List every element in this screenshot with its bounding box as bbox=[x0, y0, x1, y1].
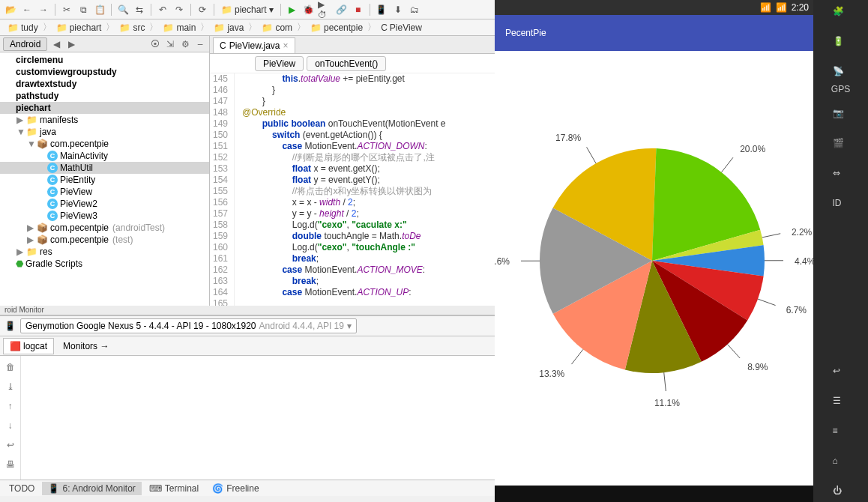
profile-icon[interactable]: ▶⏱ bbox=[318, 2, 333, 17]
breadcrumb-item[interactable]: 📁java bbox=[211, 22, 247, 34]
back-icon[interactable]: ← bbox=[19, 2, 34, 17]
tree-item[interactable]: pathstudy bbox=[0, 90, 209, 102]
tree-item[interactable]: CMainActivity bbox=[0, 150, 209, 162]
back-nav-icon[interactable]: ↩ bbox=[833, 366, 849, 382]
tree-item[interactable]: ▼📦com.pecentpie bbox=[0, 138, 209, 150]
tree-item[interactable]: ▶📁manifests bbox=[0, 114, 209, 126]
close-tab-icon[interactable]: × bbox=[283, 40, 289, 51]
tree-item[interactable]: ▶📦com.pecentpie(androidTest) bbox=[0, 222, 209, 234]
pie-label: 11.1% bbox=[654, 398, 680, 408]
genymotion-logo-icon[interactable]: 🧩 bbox=[833, 6, 849, 22]
battery-icon[interactable]: 🔋 bbox=[833, 36, 849, 52]
recent-nav-icon[interactable]: ☰ bbox=[833, 396, 849, 412]
gps-icon[interactable]: 📡GPS bbox=[831, 66, 850, 94]
app-bar: PecentPie bbox=[495, 15, 813, 51]
breadcrumb-item[interactable]: 📁src bbox=[116, 22, 148, 34]
freeline-tab[interactable]: 🌀 Freeline bbox=[206, 482, 265, 495]
context-method[interactable]: onTouchEvent() bbox=[307, 56, 386, 71]
logcat-tab[interactable]: 🟥 logcat bbox=[3, 338, 54, 354]
tree-item[interactable]: drawtextstudy bbox=[0, 78, 209, 90]
trash-icon[interactable]: 🗑 bbox=[4, 360, 17, 374]
module-selector[interactable]: 📁 piechart ▾ bbox=[218, 4, 277, 15]
menu-nav-icon[interactable]: ≡ bbox=[833, 426, 849, 442]
sync-icon[interactable]: ⟳ bbox=[195, 2, 210, 17]
target-icon[interactable]: ⦿ bbox=[149, 38, 161, 50]
breadcrumb-item[interactable]: 📁tudy bbox=[4, 22, 41, 34]
breadcrumb-item[interactable]: 📁main bbox=[160, 22, 199, 34]
home-nav-icon[interactable]: ⌂ bbox=[833, 456, 849, 472]
monitors-tab[interactable]: Monitors → bbox=[57, 339, 115, 354]
attach-icon[interactable]: 🔗 bbox=[334, 2, 349, 17]
redo-icon[interactable]: ↷ bbox=[172, 2, 187, 17]
tree-item[interactable]: piechart bbox=[0, 102, 209, 114]
signal-icon: 📶 bbox=[776, 2, 787, 13]
breadcrumb-item[interactable]: 📁piechart bbox=[53, 22, 105, 34]
svg-line-4 bbox=[758, 299, 776, 306]
debug-icon[interactable]: 🐞 bbox=[301, 2, 316, 17]
wrap-icon[interactable]: ↩ bbox=[4, 438, 17, 452]
app-title: PecentPie bbox=[505, 28, 546, 38]
pie-label: 20.0% bbox=[740, 144, 765, 154]
collapse-icon[interactable]: ⇲ bbox=[164, 38, 176, 50]
tree-item[interactable]: ⬣Gradle Scripts bbox=[0, 258, 209, 270]
project-view-selector[interactable]: Android bbox=[3, 37, 47, 51]
tree-item[interactable]: ▼📁java bbox=[0, 126, 209, 138]
module-selector-label: piechart bbox=[235, 4, 267, 15]
emulator-screen[interactable]: 📶 📶 2:20 PecentPie 17.8%20.0%2.2%4.4%6.7… bbox=[495, 0, 813, 486]
android-statusbar: 📶 📶 2:20 bbox=[495, 0, 813, 15]
settings-icon[interactable]: ⚙ bbox=[179, 38, 191, 50]
next-icon[interactable]: ▶ bbox=[65, 38, 77, 50]
svg-line-6 bbox=[664, 372, 666, 391]
pie-label: 4.4% bbox=[795, 256, 813, 267]
print-icon[interactable]: 🖶 bbox=[4, 458, 17, 471]
camera-icon[interactable]: 📷 bbox=[833, 108, 849, 124]
source[interactable]: this.totalValue += pieEntity.get } }@Ove… bbox=[235, 73, 445, 306]
capture-icon[interactable]: 🎬 bbox=[833, 138, 849, 154]
hide-icon[interactable]: – bbox=[194, 38, 206, 50]
structure-icon[interactable]: 🗂 bbox=[407, 2, 422, 17]
remote-icon[interactable]: ⇔ bbox=[833, 168, 849, 184]
tree-item[interactable]: CPieView bbox=[0, 186, 209, 198]
terminal-tab[interactable]: ⌨ Terminal bbox=[143, 482, 205, 495]
scroll-end-icon[interactable]: ⤓ bbox=[4, 380, 17, 393]
tree-item[interactable]: circlemenu bbox=[0, 54, 209, 66]
sdk-icon[interactable]: ⬇ bbox=[391, 2, 406, 17]
avd-icon[interactable]: 📱 bbox=[374, 2, 389, 17]
device-os: Android 4.4.4, API 19 bbox=[259, 321, 344, 331]
tree-item[interactable]: CPieView3 bbox=[0, 210, 209, 222]
tree-item[interactable]: CPieEntity bbox=[0, 174, 209, 186]
copy-icon[interactable]: ⧉ bbox=[76, 2, 91, 17]
breadcrumb-item[interactable]: 📁pecentpie bbox=[307, 22, 366, 34]
tree-item[interactable]: CPieView2 bbox=[0, 198, 209, 210]
device-selector[interactable]: Genymotion Google Nexus 5 - 4.4.4 - API … bbox=[20, 318, 357, 333]
project-tree[interactable]: circlemenucustomviewgroupstudydrawtextst… bbox=[0, 52, 209, 306]
tree-item[interactable]: CMathUtil bbox=[0, 162, 209, 174]
tree-item[interactable]: ▶📦com.pecentpie(test) bbox=[0, 234, 209, 246]
replace-icon[interactable]: ⇆ bbox=[132, 2, 147, 17]
pie-chart[interactable]: 17.8%20.0%2.2%4.4%6.7%8.9%11.1%13.3%15.6… bbox=[495, 51, 813, 486]
stop-icon[interactable]: ■ bbox=[351, 2, 366, 17]
gutter: 1451461471481491501511521531541551561571… bbox=[210, 73, 235, 306]
context-class[interactable]: PieView bbox=[255, 56, 304, 71]
prev-icon[interactable]: ◀ bbox=[50, 38, 62, 50]
power-icon[interactable]: ⏻ bbox=[833, 486, 849, 502]
todo-tab[interactable]: TODO bbox=[3, 482, 40, 495]
android-monitor-tab[interactable]: 📱 6: Android Monitor bbox=[42, 482, 141, 495]
run-icon[interactable]: ▶ bbox=[285, 2, 300, 17]
down-icon[interactable]: ↓ bbox=[4, 419, 17, 432]
pie-label: 2.2% bbox=[792, 227, 813, 238]
tree-item[interactable]: ▶📁res bbox=[0, 246, 209, 258]
cut-icon[interactable]: ✂ bbox=[59, 2, 74, 17]
terminal-tab-label: Terminal bbox=[165, 483, 199, 494]
forward-icon[interactable]: → bbox=[36, 2, 51, 17]
tree-item[interactable]: customviewgroupstudy bbox=[0, 66, 209, 78]
breadcrumb-item[interactable]: 📁com bbox=[259, 22, 295, 34]
find-icon[interactable]: 🔍 bbox=[115, 2, 130, 17]
identifier-icon[interactable]: ID bbox=[833, 198, 849, 214]
undo-icon[interactable]: ↶ bbox=[155, 2, 170, 17]
up-icon[interactable]: ↑ bbox=[4, 399, 17, 413]
editor-tab[interactable]: C PieView.java × bbox=[213, 37, 295, 53]
breadcrumb-item[interactable]: CPieView bbox=[378, 22, 425, 34]
open-icon[interactable]: 📂 bbox=[3, 2, 18, 17]
paste-icon[interactable]: 📋 bbox=[92, 2, 107, 17]
